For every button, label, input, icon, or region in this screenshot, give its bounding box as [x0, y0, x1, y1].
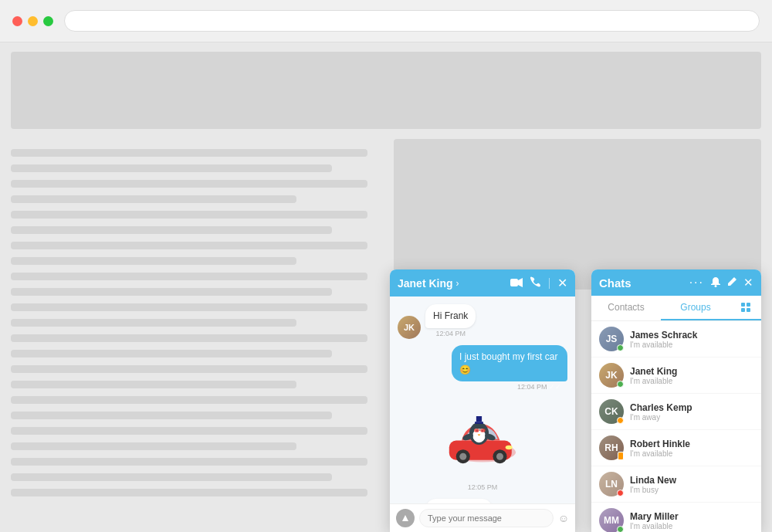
placeholder-line	[11, 427, 367, 435]
emoji-button[interactable]: ☺	[558, 512, 569, 524]
chat-header-left: Janet King ›	[398, 277, 459, 290]
more-options-icon[interactable]: ···	[689, 276, 704, 290]
contact-avatar: RH	[599, 435, 624, 460]
placeholder-line	[11, 381, 296, 388]
placeholder-line	[11, 303, 367, 311]
contact-avatar: MM	[599, 508, 624, 532]
svg-rect-24	[741, 303, 745, 307]
message-row: JK Hi Frank 12:04 PM	[398, 304, 567, 339]
placeholder-line	[11, 180, 367, 188]
placeholder-banner	[11, 52, 761, 129]
status-dot-mobile	[618, 452, 624, 460]
svg-point-5	[459, 453, 466, 460]
close-button[interactable]	[12, 16, 22, 26]
chat-header-icons: ✕	[510, 276, 567, 290]
attach-button[interactable]	[396, 509, 415, 527]
placeholder-line	[11, 319, 296, 327]
video-call-icon[interactable]	[510, 277, 523, 290]
contact-avatar: CK	[599, 399, 624, 424]
status-dot	[617, 417, 624, 424]
chats-panel-title: Chats	[599, 276, 631, 290]
edit-icon[interactable]	[727, 276, 737, 289]
placeholder-line	[11, 211, 367, 219]
placeholder-lines	[0, 138, 378, 515]
svg-point-8	[506, 446, 513, 449]
placeholder-line	[11, 334, 367, 342]
placeholder-line	[11, 489, 367, 496]
message-time: 12:04 PM ✓✓	[452, 383, 567, 391]
chats-header: Chats ··· ✕	[591, 269, 761, 296]
phone-call-icon[interactable]	[530, 276, 541, 290]
svg-marker-22	[402, 515, 408, 521]
header-divider	[549, 278, 550, 289]
contact-item[interactable]: MM Mary Miller I'm available	[591, 503, 761, 532]
tab-contacts[interactable]: Contacts	[591, 296, 661, 320]
read-tick-icon: ✓✓	[549, 383, 561, 391]
notifications-icon[interactable]	[710, 276, 721, 290]
placeholder-line	[11, 365, 367, 373]
placeholder-line	[11, 412, 332, 419]
message-bubble: Hi Frank	[425, 304, 476, 328]
contact-status: I'm busy	[630, 486, 753, 494]
contact-item[interactable]: LN Linda New I'm busy	[591, 466, 761, 503]
placeholder-line	[11, 257, 296, 265]
contact-name: Mary Miller	[630, 511, 753, 522]
tab-grid-icon[interactable]	[730, 296, 761, 320]
avatar: JK	[398, 316, 421, 339]
minimize-button[interactable]	[28, 16, 38, 26]
contact-avatar: LN	[599, 472, 624, 496]
contact-name: Janet King	[630, 366, 753, 377]
contact-item[interactable]: JS James Schrack I'm available	[591, 321, 761, 357]
chat-input-area: ☺	[390, 503, 575, 532]
contact-name: James Schrack	[630, 330, 753, 341]
placeholder-right-box	[394, 139, 761, 290]
placeholder-line	[11, 396, 367, 404]
chats-panel: Chats ··· ✕ Contacts	[591, 269, 761, 532]
contact-status: I'm available	[630, 341, 753, 349]
contact-info: James Schrack I'm available	[630, 330, 753, 349]
chat-messages: JK Hi Frank 12:04 PM I just bought my fi…	[390, 296, 575, 503]
contact-avatar: JS	[599, 327, 624, 351]
contact-info: Mary Miller I'm available	[630, 511, 753, 530]
placeholder-line	[11, 288, 332, 296]
contact-name: Charles Kemp	[630, 402, 753, 413]
contact-item[interactable]: CK Charles Kemp I'm away	[591, 394, 761, 430]
message-input[interactable]	[419, 509, 554, 527]
message-time: 12:05 PM	[398, 483, 567, 491]
contact-status: I'm available	[630, 449, 753, 458]
page-content: Janet King › ✕	[0, 42, 772, 532]
svg-point-7	[496, 453, 503, 460]
placeholder-line	[11, 195, 296, 203]
placeholder-line	[11, 226, 332, 234]
message-bubble: I just bought my first car 😊	[452, 345, 567, 382]
close-panel-icon[interactable]: ✕	[743, 276, 753, 290]
message-row: I just bought my first car 😊 12:04 PM ✓✓	[398, 345, 567, 393]
maximize-button[interactable]	[43, 16, 53, 26]
contact-status: I'm away	[630, 413, 753, 422]
placeholder-line	[11, 273, 367, 280]
contact-status: I'm available	[630, 377, 753, 385]
address-bar[interactable]	[64, 10, 760, 32]
contact-item[interactable]: JK Janet King I'm available	[591, 357, 761, 394]
svg-point-23	[715, 285, 717, 287]
svg-rect-25	[747, 303, 750, 307]
chats-header-icons: ··· ✕	[689, 276, 753, 290]
placeholder-line	[11, 164, 332, 172]
contact-item[interactable]: RH Robert Hinkle I'm available	[591, 430, 761, 466]
browser-chrome	[0, 0, 772, 42]
contact-name: Robert Hinkle	[630, 439, 753, 449]
chat-contact-name[interactable]: Janet King	[398, 277, 453, 290]
contacts-list: JS James Schrack I'm available JK Janet …	[591, 321, 761, 532]
status-dot	[617, 381, 624, 388]
svg-rect-26	[741, 308, 745, 312]
tab-groups[interactable]: Groups	[661, 296, 730, 320]
chat-window: Janet King › ✕	[390, 269, 575, 532]
contact-info: Linda New I'm busy	[630, 475, 753, 494]
svg-rect-20	[475, 422, 483, 425]
contact-info: Janet King I'm available	[630, 366, 753, 385]
close-chat-icon[interactable]: ✕	[557, 276, 567, 290]
placeholder-line	[11, 242, 367, 249]
chevron-right-icon: ›	[456, 278, 459, 289]
message-time: 12:04 PM	[425, 330, 476, 337]
status-dot	[617, 344, 624, 351]
